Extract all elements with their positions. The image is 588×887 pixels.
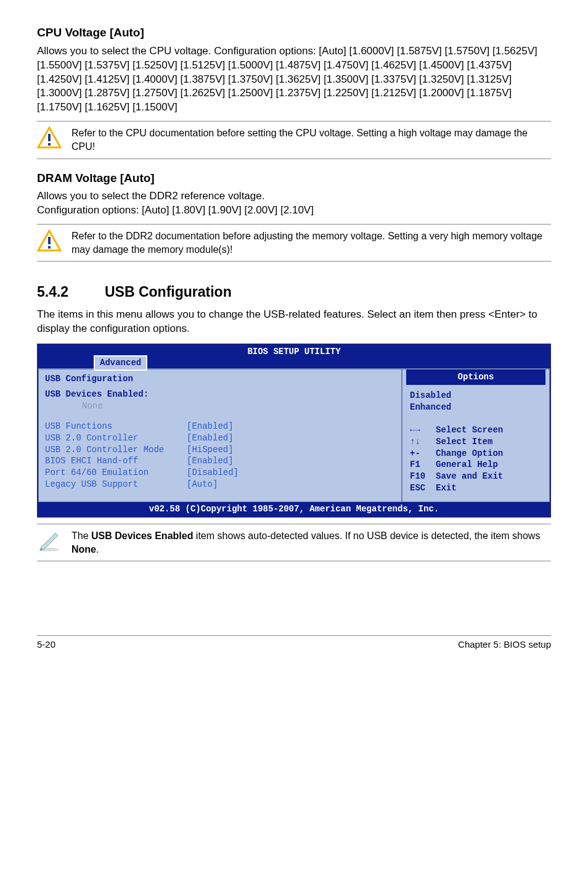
hint-row: F1General Help bbox=[410, 459, 545, 471]
bios-titlebar: BIOS SETUP UTILITY Advanced bbox=[38, 345, 550, 368]
hint-row: ESCExit bbox=[410, 482, 545, 494]
text-cpu-voltage-body: Allows you to select the CPU voltage. Co… bbox=[37, 44, 551, 115]
bios-title: BIOS SETUP UTILITY bbox=[247, 346, 340, 358]
hint-text: Exit bbox=[436, 482, 457, 494]
callout-cpu-voltage: Refer to the CPU documentation before se… bbox=[37, 121, 551, 159]
callout-dram-voltage: Refer to the DDR2 documentation before a… bbox=[37, 224, 551, 262]
text-dram-line1: Allows you to select the DDR2 reference … bbox=[37, 189, 551, 204]
footer-page: 5-20 bbox=[37, 638, 55, 651]
bios-row-value: [HiSpeed] bbox=[187, 444, 234, 456]
note-mid: item shows auto-detected values. If no U… bbox=[193, 530, 540, 541]
option-item[interactable]: Disabled bbox=[410, 390, 542, 402]
hint-text: Change Option bbox=[436, 448, 503, 460]
bios-row-label: Port 64/60 Emulation bbox=[45, 467, 187, 479]
note-bold2: None bbox=[71, 544, 96, 555]
options-list: Disabled Enhanced bbox=[406, 387, 545, 416]
note-text: The USB Devices Enabled item shows auto-… bbox=[71, 529, 551, 556]
bios-footer: v02.58 (C)Copyright 1985-2007, American … bbox=[38, 502, 550, 516]
bios-row-label: BIOS EHCI Hand-off bbox=[45, 455, 187, 467]
heading-title: USB Configuration bbox=[105, 284, 232, 300]
hint-row: +-Change Option bbox=[410, 448, 545, 460]
bios-row[interactable]: Legacy USB Support [Auto] bbox=[45, 479, 395, 490]
page-footer: 5-20 Chapter 5: BIOS setup bbox=[37, 635, 551, 651]
hint-key: ↑↓ bbox=[410, 436, 436, 448]
bios-right-pane: Options Disabled Enhanced ←→Select Scree… bbox=[402, 369, 550, 502]
svg-rect-1 bbox=[48, 134, 51, 141]
hint-text: General Help bbox=[436, 459, 498, 471]
bios-devices-value: None bbox=[82, 400, 395, 412]
note-bold1: USB Devices Enabled bbox=[91, 530, 193, 541]
option-item[interactable]: Enhanced bbox=[410, 402, 542, 413]
svg-rect-5 bbox=[48, 246, 51, 249]
svg-rect-4 bbox=[48, 237, 51, 244]
hint-key: ESC bbox=[410, 482, 436, 494]
bios-row-label: USB 2.0 Controller Mode bbox=[45, 444, 187, 456]
heading-cpu-voltage: CPU Voltage [Auto] bbox=[37, 25, 551, 41]
text-dram-line2: Configuration options: [Auto] [1.80V] [1… bbox=[37, 204, 551, 218]
bios-row[interactable]: USB 2.0 Controller [Enabled] bbox=[45, 432, 395, 444]
bios-devices-label: USB Devices Enabled: bbox=[45, 389, 395, 400]
hint-key: F1 bbox=[410, 459, 436, 471]
note-prefix: The bbox=[71, 530, 91, 541]
bios-row-value: [Enabled] bbox=[187, 455, 234, 467]
bios-tab-advanced[interactable]: Advanced bbox=[94, 355, 147, 371]
pencil-icon bbox=[37, 529, 62, 553]
footer-chapter: Chapter 5: BIOS setup bbox=[458, 638, 551, 651]
bios-row-label: USB 2.0 Controller bbox=[45, 432, 187, 444]
note-suffix: . bbox=[96, 544, 99, 555]
bios-panel-title: USB Configuration bbox=[45, 373, 395, 385]
bios-left-pane: USB Configuration USB Devices Enabled: N… bbox=[38, 369, 402, 502]
bios-row-value: [Auto] bbox=[187, 479, 218, 490]
hint-text: Save and Exit bbox=[436, 471, 503, 482]
heading-dram-voltage: DRAM Voltage [Auto] bbox=[37, 170, 551, 186]
hint-key: ←→ bbox=[410, 424, 436, 436]
bios-row-label: USB Functions bbox=[45, 421, 187, 432]
hint-key: +- bbox=[410, 448, 436, 460]
bios-hints: ←→Select Screen ↑↓Select Item +-Change O… bbox=[406, 422, 545, 495]
heading-usb-config: 5.4.2USB Configuration bbox=[37, 283, 551, 302]
heading-number: 5.4.2 bbox=[37, 283, 105, 302]
bios-panel: BIOS SETUP UTILITY Advanced USB Configur… bbox=[37, 344, 551, 518]
bios-row-value: [Enabled] bbox=[187, 421, 234, 432]
svg-marker-7 bbox=[41, 533, 58, 550]
bios-row[interactable]: BIOS EHCI Hand-off [Enabled] bbox=[45, 455, 395, 467]
bios-row[interactable]: USB 2.0 Controller Mode [HiSpeed] bbox=[45, 444, 395, 456]
text-usb-intro: The items in this menu allows you to cha… bbox=[37, 308, 551, 336]
callout-dram-text: Refer to the DDR2 documentation before a… bbox=[71, 229, 551, 256]
bios-row-label: Legacy USB Support bbox=[45, 479, 187, 490]
bios-row[interactable]: USB Functions [Enabled] bbox=[45, 421, 395, 432]
bios-row[interactable]: Port 64/60 Emulation [Disabled] bbox=[45, 467, 395, 479]
options-header: Options bbox=[406, 369, 545, 385]
hint-text: Select Screen bbox=[436, 424, 503, 436]
warning-icon bbox=[37, 229, 62, 253]
bios-row-value: [Enabled] bbox=[187, 432, 234, 444]
hint-key: F10 bbox=[410, 471, 436, 482]
hint-row: F10Save and Exit bbox=[410, 471, 545, 482]
hint-row: ←→Select Screen bbox=[410, 424, 545, 436]
hint-text: Select Item bbox=[436, 436, 492, 448]
callout-note: The USB Devices Enabled item shows auto-… bbox=[37, 524, 551, 561]
bios-row-value: [Disabled] bbox=[187, 467, 239, 479]
hint-row: ↑↓Select Item bbox=[410, 436, 545, 448]
svg-rect-2 bbox=[48, 143, 51, 146]
warning-icon bbox=[37, 126, 62, 150]
callout-cpu-text: Refer to the CPU documentation before se… bbox=[71, 126, 551, 153]
